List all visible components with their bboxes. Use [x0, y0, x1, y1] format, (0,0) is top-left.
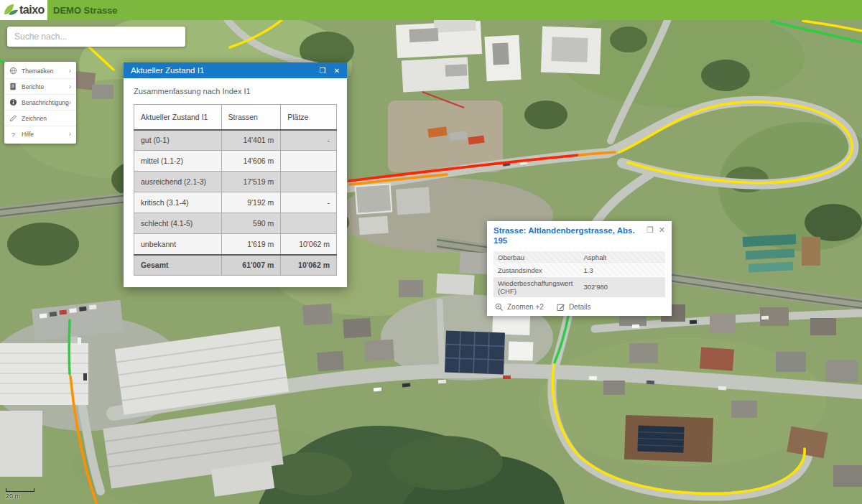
svg-text:?: ? — [11, 131, 15, 138]
pencil-icon — [9, 114, 19, 122]
maximize-button[interactable]: ❐ — [317, 65, 328, 76]
chevron-right-icon: › — [69, 67, 71, 75]
table-row-gut: gut (0-1) 14'401 m - — [134, 130, 337, 151]
chevron-right-icon: › — [69, 99, 71, 106]
map-scalebar: 20 m — [6, 488, 34, 500]
menu-item-zeichnen[interactable]: Zeichnen — [4, 111, 76, 126]
attribute-row-oberbau: Oberbau Asphalt — [493, 251, 665, 263]
zustand-dialog-titlebar[interactable]: Aktueller Zustand I1 ❐ ✕ — [124, 62, 347, 78]
app-window: taixo DEMO Strasse Thematiken › Berichte… — [0, 0, 862, 504]
zustand-dialog: Aktueller Zustand I1 ❐ ✕ Zusammenfassung… — [124, 62, 347, 287]
table-row-ausreichend: ausreichend (2.1-3) 17'519 m — [134, 172, 337, 192]
taixo-logo[interactable]: taixo — [0, 0, 47, 20]
close-icon[interactable]: ✕ — [331, 65, 343, 76]
attribute-row-wiederbeschaffungswert: Wiederbeschaffungswert (CHF) 302'980 — [493, 277, 665, 297]
table-row-gesamt: Gesamt 61'007 m 10'062 m — [134, 255, 337, 276]
strasse-attributes-table: Oberbau Asphalt Zustandsindex 1.3 Wieder… — [493, 251, 665, 298]
zoom-in-icon — [495, 303, 504, 312]
menu-item-benachrichtigungen[interactable]: Benachrichtigungen › — [4, 95, 76, 111]
info-icon — [9, 98, 19, 106]
edit-icon — [557, 303, 565, 312]
strasse-dialog-title: Strasse: Altlandenbergstrasse, Abs. 195 — [493, 226, 641, 246]
header-titlebar: DEMO Strasse — [47, 0, 862, 20]
menu-item-thematiken[interactable]: Thematiken › — [4, 63, 76, 79]
app-title: DEMO Strasse — [53, 5, 118, 16]
table-row-kritisch: kritisch (3.1-4) 9'192 m - — [134, 192, 337, 213]
search-box — [7, 27, 185, 47]
report-icon — [9, 83, 19, 90]
zustand-dialog-body: Zusammenfassung nach Index I1 Aktueller … — [124, 78, 347, 287]
zustand-subtitle: Zusammenfassung nach Index I1 — [134, 87, 337, 95]
zustand-dialog-title: Aktueller Zustand I1 — [131, 66, 314, 75]
table-row-mittel: mittel (1.1-2) 14'606 m — [134, 151, 337, 172]
attribute-row-zustandsindex: Zustandsindex 1.3 — [493, 264, 665, 276]
strasse-dialog-actions: Zoomen +2 Details — [493, 303, 665, 312]
scale-label: 20 m — [6, 493, 34, 500]
maximize-button[interactable]: ❐ — [646, 226, 654, 234]
zustand-table-header-row: Aktueller Zustand I1 Strassen Plätze — [134, 105, 337, 130]
menu-item-berichte[interactable]: Berichte › — [4, 79, 76, 95]
condition-line-good-left[interactable] — [69, 320, 70, 374]
table-row-unbekannt: unbekannt 1'619 m 10'062 m — [134, 234, 337, 255]
strasse-dialog-titlebar[interactable]: Strasse: Altlandenbergstrasse, Abs. 195 … — [493, 226, 665, 246]
chevron-right-icon: › — [69, 83, 71, 90]
scale-line — [6, 488, 34, 492]
close-icon[interactable]: ✕ — [659, 226, 665, 234]
taixo-leaf-icon — [3, 3, 19, 17]
zustand-table: Aktueller Zustand I1 Strassen Plätze gut… — [134, 104, 337, 276]
logo-text: taixo — [19, 4, 45, 17]
strasse-dialog: Strasse: Altlandenbergstrasse, Abs. 195 … — [487, 221, 672, 316]
help-icon: ? — [9, 131, 19, 139]
zoom-to-button[interactable]: Zoomen +2 — [495, 303, 544, 312]
menu-item-hilfe[interactable]: ? Hilfe › — [4, 126, 76, 142]
globe-icon — [9, 67, 19, 75]
search-input[interactable] — [7, 27, 185, 47]
main-menu: Thematiken › Berichte › Benachrichtigung… — [4, 62, 76, 144]
app-header: taixo DEMO Strasse — [0, 0, 862, 20]
table-row-schlecht: schlecht (4.1-5) 590 m — [134, 213, 337, 234]
chevron-right-icon: › — [69, 131, 71, 138]
details-button[interactable]: Details — [557, 303, 591, 312]
